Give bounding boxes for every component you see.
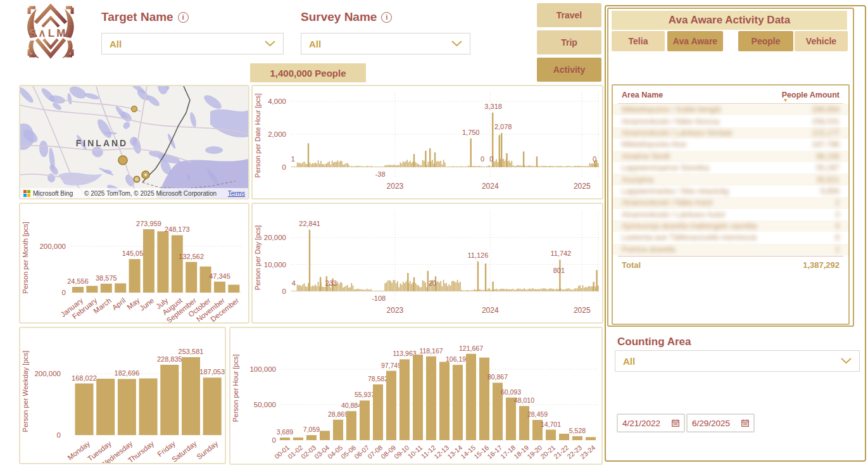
table-row[interactable]: Lappeenmaanse Sievelka55,287 [613,162,848,174]
bing-logo-icon [23,190,30,197]
svg-text:47,345: 47,345 [209,272,230,280]
svg-text:24,556: 24,556 [67,277,89,285]
svg-text:132,562: 132,562 [179,253,204,260]
filter-button-telia[interactable]: Telia [612,31,665,51]
table-row[interactable]: Ainalme Sirelli98,156 [613,151,848,162]
map-panel: FINLAND Microsoft Bing © 2025 TomTom, © … [19,85,249,199]
nav-buttons: TravelTripActivity [537,3,601,82]
calendar-icon[interactable] [741,419,749,427]
svg-text:June: June [138,296,155,312]
table-row[interactable]: Lappeenmanka / Sike retaulutig9,856 [613,186,848,197]
panel-person-per-hour: 050,000100,0003,68900-0101-027,05902-030… [229,327,603,465]
svg-text:187,053: 187,053 [199,368,225,376]
date-to-input[interactable]: 6/29/2025 [686,414,755,433]
chart-person-per-weekday[interactable]: 0200,000168,022MondayTuesday182,696Wedne… [20,328,225,463]
svg-text:253,581: 253,581 [179,348,204,355]
chart-person-per-date-hour[interactable]: 02,0004,0002023202420251-381,750003,3182… [253,86,602,198]
map-attribution: Microsoft Bing © 2025 TomTom, © 2025 Mic… [20,188,248,198]
area-name-redacted: Ajoneuvoja alueella maikengels vaunttia [622,222,757,231]
area-name-redacted: Ainamonkoski / Näke Autot [622,198,712,207]
svg-text:Person per Day [pcs]: Person per Day [pcs] [254,225,261,291]
table-header[interactable]: Area Name People Amount ▼ [613,85,848,103]
svg-text:3,318: 3,318 [484,103,502,110]
svg-text:0: 0 [272,436,276,444]
svg-text:80,867: 80,867 [487,373,508,381]
panel-person-per-date-hour: 02,0004,0002023202420251-381,750003,3182… [251,85,603,199]
svg-text:2023: 2023 [387,306,404,315]
filter-button-people[interactable]: People [738,31,793,51]
nav-button-travel[interactable]: Travel [537,3,601,27]
svg-text:Person per Date Hour [pcs]: Person per Date Hour [pcs] [254,93,261,177]
table-row[interactable]: Ainamonkoski / Lainkasv Ilonlaat215,177 [613,127,848,139]
svg-text:273,959: 273,959 [136,220,161,227]
area-name-redacted: Ainalme Sirelli [622,152,670,161]
counting-area-dropdown[interactable]: All [615,350,860,372]
svg-text:5,528: 5,528 [569,427,586,434]
salmi-logo: S∧LMI [16,0,85,63]
bing-label: Microsoft Bing [33,190,73,197]
total-value: 1,387,292 [803,260,840,270]
calendar-icon[interactable] [672,419,679,427]
table-row[interactable]: Mikkelinpuisto / Sulkki tienglä286,854 [613,104,848,115]
svg-text:11,742: 11,742 [550,250,571,257]
svg-text:248,173: 248,173 [165,225,190,233]
chart-person-per-day[interactable]: 010,00020,000202320242025422,841233-1082… [253,204,602,322]
svg-text:60,093: 60,093 [501,388,521,396]
svg-text:121,667: 121,667 [459,345,483,352]
svg-text:100,000: 100,000 [249,365,276,373]
date-from-input[interactable]: 4/21/2022 [617,414,685,433]
target-name-dropdown[interactable]: All [101,33,284,54]
table-row[interactable]: Ainamonkoski / Näke Autot2 [613,197,848,208]
right-panel: Ava Aware Activity Data TeliaAva AwarePe… [605,5,866,462]
survey-name-value: All [309,39,321,49]
table-row[interactable]: Ainamonkoski / Lainkasv Autot3 [613,209,848,220]
svg-text:2025: 2025 [574,182,591,191]
svg-text:168,022: 168,022 [72,374,97,382]
target-name-value: All [110,39,122,49]
area-name-redacted: Laskenta-ase Täillevausselle mennessä [622,233,757,242]
panel-person-per-month: 0200,00024,556JanuaryFebruary38,575March… [19,203,249,324]
people-amount-redacted: 8 [835,233,840,242]
people-amount-redacted: 215,177 [812,129,840,137]
svg-text:Person per Hour [pcs]: Person per Hour [pcs] [232,355,239,422]
filter-button-ava-aware[interactable]: Ava Aware [667,31,723,51]
table-row[interactable]: Ajoneuvoja alueella maikengels vaunttia4 [613,220,848,232]
svg-text:FINLAND: FINLAND [76,138,128,148]
table-row[interactable]: Mikkelinpuisto Alue187,786 [613,139,848,150]
logo-wordmark: S∧LMI [29,27,72,39]
total-label: Total [622,260,641,270]
svg-text:10-11: 10-11 [406,443,424,460]
area-name-redacted: Mikkelinpuisto Alue [622,140,686,149]
panel-person-per-weekday: 0200,000168,022MondayTuesday182,696Wedne… [19,327,226,464]
nav-button-activity[interactable]: Activity [537,58,601,82]
svg-text:233: 233 [325,279,337,287]
terms-link[interactable]: Terms [228,190,245,197]
svg-text:55,937: 55,937 [355,391,375,398]
svg-text:40,884: 40,884 [341,402,362,409]
activity-table: Area Name People Amount ▼ Mikkelinpuisto… [612,84,850,325]
table-row[interactable]: Pointsa alueella2 [613,244,848,255]
svg-text:0: 0 [593,155,596,163]
svg-text:2025: 2025 [574,306,591,315]
svg-text:4,000: 4,000 [268,98,286,105]
finland-map[interactable]: FINLAND [20,86,248,198]
people-amount-redacted: 35,821 [816,175,840,184]
people-amount-redacted: 4 [835,222,840,231]
svg-text:April: April [111,296,127,312]
nav-button-trip[interactable]: Trip [537,30,601,54]
survey-name-dropdown[interactable]: All [301,33,470,54]
filter-button-vehicle[interactable]: Vehicle [795,31,848,51]
chart-person-per-month[interactable]: 0200,00024,556JanuaryFebruary38,575March… [20,204,248,322]
info-icon[interactable]: i [381,12,392,23]
chart-person-per-hour[interactable]: 050,000100,0003,68900-0101-027,05902-030… [230,328,601,464]
people-amount-redacted: 3 [835,210,840,219]
area-name-redacted: Lappeenmaanse Sievelka [622,163,709,172]
table-row[interactable]: Asunpina35,821 [613,174,848,185]
svg-text:2,000: 2,000 [268,130,286,138]
svg-text:11,126: 11,126 [467,251,488,259]
table-row[interactable]: Ainamonkoski / Näke Ilonssa258,031 [613,115,848,127]
table-body: Mikkelinpuisto / Sulkki tienglä286,854Ai… [613,104,848,255]
svg-text:0: 0 [57,431,61,439]
table-row[interactable]: Laskenta-ase Täillevausselle mennessä8 [613,232,848,243]
info-icon[interactable]: i [178,12,189,23]
